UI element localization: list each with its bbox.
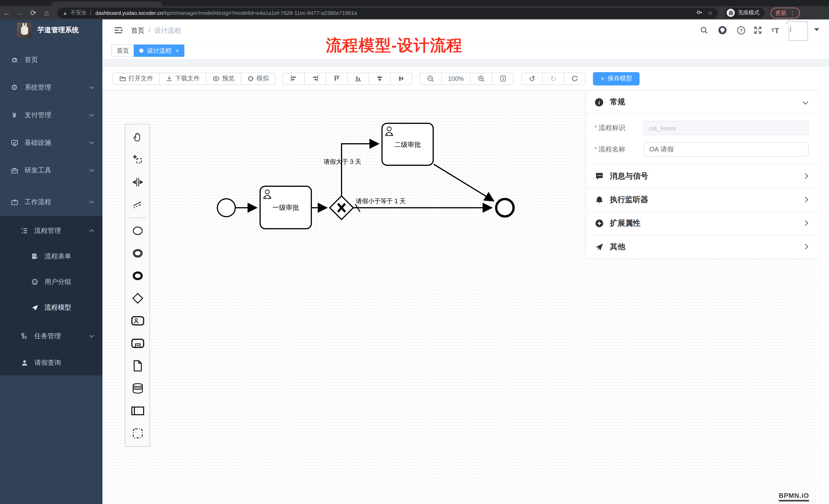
browser-tab[interactable] <box>51 2 162 6</box>
flow-gateway-to-task2[interactable] <box>341 144 378 196</box>
reset-view-button[interactable] <box>492 72 514 85</box>
align-hcenter-icon <box>398 75 404 82</box>
key-icon[interactable] <box>696 9 702 16</box>
sidebar-item-workflow[interactable]: 工作流程 <box>0 188 102 216</box>
start-event-node[interactable] <box>217 199 235 217</box>
update-label: 更新 <box>775 9 787 16</box>
sidebar-item-payment[interactable]: ¥ 支付管理 <box>0 101 102 129</box>
zoom-in-icon <box>477 75 485 82</box>
briefcase-icon <box>10 198 19 206</box>
broken-image-icon <box>790 23 791 32</box>
task-node-level2[interactable]: 二级审批 <box>382 123 433 165</box>
exclusive-gateway-node[interactable] <box>330 196 353 220</box>
sidebar-item-devtools[interactable]: 研发工具 <box>0 157 102 184</box>
tab-design-process[interactable]: 设计流程 × <box>134 44 185 57</box>
close-icon[interactable]: × <box>176 48 179 53</box>
properties-panel: i 常规 *流程标识 *流程名称 消息与信号 <box>586 90 817 259</box>
chevron-right-icon <box>804 242 808 251</box>
app-logo-row[interactable]: 芋道管理系统 <box>0 20 102 41</box>
sidebar-item-label: 首页 <box>25 55 38 65</box>
align-top-button[interactable] <box>326 72 348 85</box>
process-key-input[interactable] <box>644 121 808 135</box>
flow-task2-to-end[interactable] <box>434 164 493 201</box>
panel-section-messages[interactable]: 消息与信号 <box>586 165 817 188</box>
folder-icon <box>119 75 126 82</box>
panel-section-listeners[interactable]: 执行监听器 <box>586 188 817 212</box>
restart-button[interactable] <box>564 72 586 85</box>
back-icon[interactable]: ← <box>0 6 13 20</box>
incognito-label: 无痕模式 <box>738 9 759 16</box>
panel-section-extensions[interactable]: 扩展属性 <box>586 212 817 235</box>
sidebar-item-label: 支付管理 <box>25 111 51 120</box>
avatar-caret-icon[interactable] <box>814 28 819 34</box>
forward-icon[interactable]: → <box>13 6 27 20</box>
align-left-button[interactable] <box>283 72 305 85</box>
align-button-group <box>283 72 412 85</box>
chevron-down-icon <box>802 98 808 107</box>
sidebar-item-process-form[interactable]: 流程表单 <box>0 243 102 269</box>
align-right-button[interactable] <box>304 72 326 85</box>
sidebar-item-label: 系统管理 <box>25 83 51 92</box>
incognito-icon <box>727 9 735 17</box>
home-icon[interactable]: ⌂ <box>40 6 53 20</box>
download-icon <box>166 75 173 82</box>
required-asterisk: * <box>594 145 597 153</box>
redo-button[interactable]: ↻ <box>542 72 564 85</box>
sidebar-item-process-model[interactable]: 流程模型 <box>0 295 102 320</box>
address-bar[interactable]: ▲! 不安全 dashboard.yudao.iocoder.cn/bpm/ma… <box>57 7 718 18</box>
github-icon[interactable] <box>716 24 729 36</box>
zoom-button-group: 100% <box>419 72 514 85</box>
sidebar-item-system[interactable]: ⚙ 系统管理 <box>0 74 102 101</box>
tab-home[interactable]: 首页 <box>111 44 135 57</box>
browser-tab-strip <box>0 0 829 6</box>
sidebar-item-home[interactable]: 首页 <box>0 46 102 74</box>
sidebar-collapse-icon[interactable] <box>114 26 123 35</box>
task2-label: 二级审批 <box>394 141 421 148</box>
align-bottom-button[interactable] <box>347 72 369 85</box>
task-node-level1[interactable]: 一级审批 <box>260 186 311 229</box>
avatar[interactable] <box>789 22 808 41</box>
fullscreen-icon[interactable] <box>752 24 764 36</box>
file-button-group: 打开文件 下载文件 预览 模拟 <box>113 72 276 85</box>
form-row-process-name: *流程名称 <box>594 142 808 157</box>
condition-label-lte1[interactable]: 请假小于等于 1 天 <box>356 197 406 204</box>
simulate-button[interactable]: 模拟 <box>241 72 276 85</box>
url-host: dashboard.yudao.iocoder.cn <box>96 10 163 16</box>
gear-icon: ⚙ <box>10 83 19 91</box>
help-icon[interactable]: ? <box>735 24 747 36</box>
plus-icon: + <box>601 75 605 82</box>
process-name-input[interactable] <box>644 142 808 157</box>
end-event-node[interactable] <box>496 199 513 217</box>
monitor-icon <box>10 139 19 147</box>
url-divider <box>91 10 92 16</box>
sidebar-item-infra[interactable]: 基础设施 <box>0 129 102 157</box>
sidebar-item-task-mgmt[interactable]: 任务管理 <box>0 323 102 349</box>
preview-button[interactable]: 预览 <box>206 72 241 85</box>
browser-menu-icon[interactable]: ⋮ <box>790 9 795 16</box>
section-title: 扩展属性 <box>610 219 641 228</box>
align-vcenter-button[interactable] <box>369 72 391 85</box>
align-hcenter-button[interactable] <box>390 72 412 85</box>
zoom-out-button[interactable] <box>419 72 442 85</box>
zoom-in-button[interactable] <box>470 72 492 85</box>
save-model-button[interactable]: + 保存模型 <box>593 72 640 85</box>
bpmn-io-watermark[interactable]: BPMN.iO <box>779 492 809 501</box>
panel-section-other[interactable]: 其他 <box>586 235 817 259</box>
condition-label-gt3[interactable]: 请假大于 3 天 <box>324 158 361 165</box>
chevron-right-icon <box>804 195 808 204</box>
chevron-down-icon <box>89 114 94 117</box>
bookmark-star-icon[interactable]: ☆ <box>708 9 713 16</box>
browser-update-button[interactable]: 更新 ⋮ <box>771 7 800 18</box>
sidebar-item-process-mgmt[interactable]: 流程管理 <box>0 218 102 243</box>
undo-button[interactable]: ↺ <box>521 72 543 85</box>
panel-section-general[interactable]: i 常规 <box>586 90 817 114</box>
reload-icon[interactable]: ⟳ <box>27 6 40 20</box>
search-icon[interactable] <box>698 24 710 36</box>
open-file-button[interactable]: 打开文件 <box>113 72 160 85</box>
download-file-button[interactable]: 下载文件 <box>159 72 206 85</box>
sidebar-item-user-group[interactable]: 用户分组 <box>0 269 102 295</box>
sidebar-item-leave-query[interactable]: 请假查询 <box>0 350 102 376</box>
bpmn-canvas[interactable]: 一级审批 二级审批 请假大于 3 天 请假小于等于 1 天 <box>102 90 818 504</box>
font-size-icon[interactable]: TT <box>769 24 781 36</box>
breadcrumb-home[interactable]: 首页 <box>131 27 144 34</box>
